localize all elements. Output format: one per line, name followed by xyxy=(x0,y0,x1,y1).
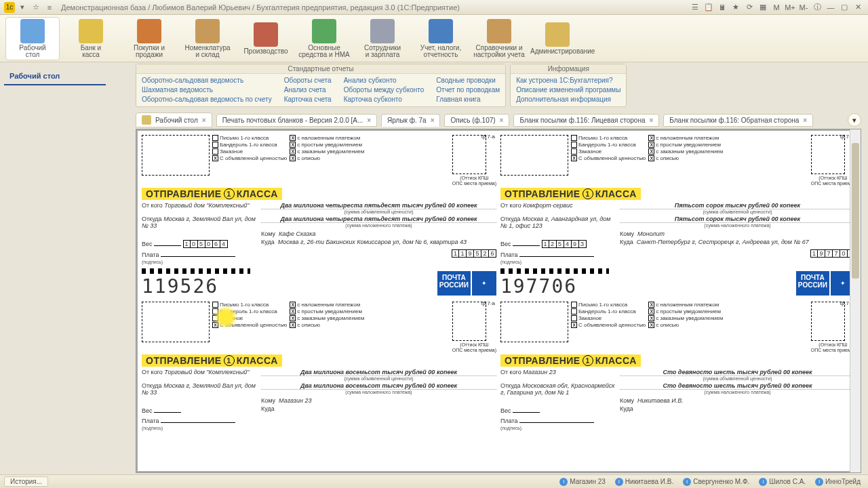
status-chip[interactable]: iШилов С.А. xyxy=(755,477,809,487)
checkbox[interactable]: X xyxy=(571,155,577,161)
checkbox[interactable] xyxy=(571,302,577,308)
close-icon[interactable]: × xyxy=(500,117,504,124)
checkbox[interactable]: X xyxy=(571,322,577,328)
checkbox[interactable] xyxy=(212,142,218,148)
menu-icon[interactable]: ≡ xyxy=(43,2,56,13)
report-link[interactable]: Оборотно-сальдовая ведомость xyxy=(142,76,272,85)
report-link[interactable]: Главная книга xyxy=(436,95,500,104)
tab-label: Бланк посылки ф.116: Обратная сторона xyxy=(669,117,799,124)
tab[interactable]: Ярлык ф. 7а× xyxy=(381,114,440,127)
history-button[interactable]: История... xyxy=(4,476,48,487)
toolbar-2[interactable]: Покупки и продажи xyxy=(122,19,176,58)
toolbar-0[interactable]: Рабочий стол xyxy=(5,17,60,60)
close-icon[interactable]: ✕ xyxy=(852,2,864,13)
toolbar-label: Сотрудники и зарплата xyxy=(355,45,410,58)
checkbox[interactable]: X xyxy=(648,315,654,321)
status-chip[interactable]: iИнноТрейд xyxy=(812,477,864,487)
checkbox[interactable]: X xyxy=(290,315,296,321)
status-chip[interactable]: iМагазин 23 xyxy=(556,477,608,487)
tab[interactable]: Печать почтовых бланков - Версия 2.0.0 [… xyxy=(216,114,377,127)
minimize-icon[interactable]: — xyxy=(825,2,837,13)
tb-mminus[interactable]: M- xyxy=(797,2,810,13)
report-link[interactable]: Сводные проводки xyxy=(436,76,500,85)
checkbox[interactable]: X xyxy=(648,302,654,308)
tab[interactable]: Бланк посылки ф.116: Лицевая сторона× xyxy=(513,114,659,127)
info-icon[interactable]: ⓘ xyxy=(811,2,823,13)
toolbar-8[interactable]: Справочники и настройки учета xyxy=(472,19,526,58)
checkbox[interactable]: X xyxy=(648,155,654,161)
toolbar-9[interactable]: Администрирование xyxy=(530,22,585,55)
checkbox[interactable]: X xyxy=(290,148,296,155)
checkbox[interactable]: X xyxy=(290,322,296,328)
checkbox[interactable] xyxy=(212,148,218,155)
panel-info: Информация Как устроена 1С:Бухгалтерия?О… xyxy=(510,64,627,107)
tabs-overflow-icon[interactable]: ▾ xyxy=(848,113,861,127)
checkbox[interactable]: X xyxy=(648,135,654,141)
report-link[interactable]: Карточка субконто xyxy=(344,95,425,104)
report-link[interactable]: Анализ счета xyxy=(284,85,332,95)
scrollbar-vertical[interactable] xyxy=(850,129,861,472)
toolbar-4[interactable]: Производство xyxy=(239,22,293,55)
toolbar-6[interactable]: Сотрудники и зарплата xyxy=(355,19,410,58)
checkbox[interactable]: X xyxy=(648,322,654,328)
tab[interactable]: Бланк посылки ф.116: Обратная сторона× xyxy=(663,114,813,127)
report-link[interactable]: Как устроена 1С:Бухгалтерия? xyxy=(516,76,620,85)
checkbox[interactable]: X xyxy=(290,135,296,141)
tb-icon[interactable]: ★ xyxy=(730,2,742,13)
report-link[interactable]: Отчет по проводкам xyxy=(436,85,500,95)
checkbox[interactable]: X xyxy=(212,322,218,328)
checkbox[interactable]: X xyxy=(648,308,654,314)
checkbox[interactable] xyxy=(212,315,218,321)
tab[interactable]: Рабочий стол× xyxy=(136,113,212,127)
close-icon[interactable]: × xyxy=(803,117,807,124)
checkbox[interactable] xyxy=(571,142,577,148)
checkbox[interactable] xyxy=(571,135,577,141)
from-value: Магазин 23 xyxy=(523,369,555,375)
star-icon[interactable]: ☆ xyxy=(30,2,42,13)
tb-icon[interactable]: 📋 xyxy=(703,2,715,13)
checkbox[interactable]: X xyxy=(212,155,218,161)
toolbar-3[interactable]: Номенклатура и склад xyxy=(180,19,235,58)
checkbox[interactable] xyxy=(212,308,218,314)
report-link[interactable]: Анализ субконто xyxy=(344,76,425,85)
checkbox[interactable]: X xyxy=(648,148,654,155)
close-icon[interactable]: × xyxy=(431,117,435,124)
tb-mplus[interactable]: M+ xyxy=(784,2,796,13)
report-link[interactable]: Дополнительная информация xyxy=(516,95,620,104)
report-link[interactable]: Шахматная ведомость xyxy=(142,85,272,95)
close-icon[interactable]: × xyxy=(202,117,206,124)
report-link[interactable]: Обороты счета xyxy=(284,76,332,85)
checkbox[interactable]: X xyxy=(290,155,296,161)
barcode: 197706 xyxy=(500,268,609,298)
checkbox[interactable]: X xyxy=(648,142,654,148)
report-link[interactable]: Описание изменений программы xyxy=(516,85,620,95)
tab[interactable]: Опись (ф.107)× xyxy=(444,114,509,127)
report-link[interactable]: Оборотно-сальдовая ведомость по счету xyxy=(142,95,272,104)
checkbox[interactable]: X xyxy=(290,302,296,308)
report-link[interactable]: Карточка счета xyxy=(284,95,332,104)
maximize-icon[interactable]: ▢ xyxy=(838,2,850,13)
checkbox[interactable] xyxy=(212,135,218,141)
toolbar-5[interactable]: Основные средства и НМА xyxy=(297,19,351,58)
checkbox[interactable] xyxy=(571,148,577,155)
checkbox[interactable] xyxy=(212,302,218,308)
leftnav-desktop[interactable]: Рабочий стол xyxy=(4,68,106,85)
toolbar-1[interactable]: Банк и касса xyxy=(64,19,118,58)
status-chip[interactable]: iНикитаева И.В. xyxy=(612,477,677,487)
close-icon[interactable]: × xyxy=(649,117,653,124)
dropdown-icon[interactable]: ▾ xyxy=(16,2,28,13)
close-icon[interactable]: × xyxy=(367,117,371,124)
tb-icon[interactable]: ☰ xyxy=(689,2,701,13)
checkbox[interactable]: X xyxy=(290,308,296,314)
tb-icon[interactable]: 🖩 xyxy=(716,2,728,13)
tb-m[interactable]: M xyxy=(770,2,783,13)
report-link[interactable]: Обороты между субконто xyxy=(344,85,425,95)
status-chip[interactable]: iСвергуненко М.Ф. xyxy=(679,477,753,487)
tb-icon[interactable]: ▦ xyxy=(757,2,769,13)
checkbox[interactable]: X xyxy=(290,142,296,148)
toolbar-7[interactable]: Учет, налоги, отчетность xyxy=(414,19,468,58)
checkbox-label: С объявленной ценностью xyxy=(578,322,646,328)
tb-icon[interactable]: ⟳ xyxy=(743,2,755,13)
checkbox[interactable] xyxy=(571,315,577,321)
checkbox[interactable] xyxy=(571,308,577,314)
